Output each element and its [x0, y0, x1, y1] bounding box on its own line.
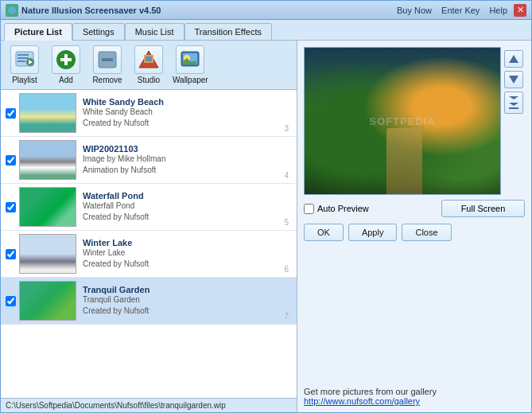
item-thumbnail — [19, 281, 76, 321]
playlist-icon — [10, 45, 39, 74]
item-line2: Created by Nufsoft — [83, 212, 284, 223]
item-line1: Image by Mike Hollman — [83, 154, 284, 165]
picture-list: White Sandy Beach White Sandy Beach Crea… — [1, 90, 297, 398]
item-line1: Tranquil Garden — [83, 294, 284, 306]
studio-button[interactable]: Studio — [131, 45, 166, 84]
svg-rect-4 — [17, 60, 25, 62]
svg-rect-9 — [60, 58, 72, 61]
svg-rect-3 — [17, 57, 29, 59]
main-window: Nature Illusion Screensaver v4.50 Buy No… — [0, 0, 532, 413]
svg-marker-19 — [509, 55, 518, 63]
remove-button[interactable]: Remove — [90, 45, 125, 84]
list-scroll[interactable]: White Sandy Beach White Sandy Beach Crea… — [1, 90, 297, 398]
list-item[interactable]: Waterfall Pond Waterfall Pond Created by… — [1, 184, 297, 231]
help-link[interactable]: Help — [489, 6, 507, 15]
playlist-button[interactable]: Playlist — [7, 45, 42, 84]
item-thumbnail — [19, 140, 76, 180]
wallpaper-label: Wallpaper — [173, 76, 208, 84]
gallery-section: Get more pictures from our gallery http:… — [304, 384, 525, 406]
item-line2: Created by Nufsoft — [83, 259, 284, 270]
gallery-link[interactable]: http://www.nufsoft.com/gallery — [304, 396, 525, 406]
header-actions: Buy Now Enter Key Help — [397, 6, 507, 15]
buy-now-link[interactable]: Buy Now — [397, 6, 432, 15]
tab-music-list[interactable]: Music List — [125, 23, 184, 40]
item-title: Tranquil Garden — [83, 285, 284, 294]
list-item[interactable]: Tranquil Garden Tranquil Garden Created … — [1, 278, 297, 325]
wallpaper-button[interactable]: Wallpaper — [173, 45, 208, 84]
toolbar: Playlist Add — [1, 41, 297, 90]
item-line1: Waterfall Pond — [83, 201, 284, 212]
item-checkbox[interactable] — [6, 249, 16, 259]
fullscreen-button[interactable]: Full Screen — [441, 200, 525, 217]
preview-section: SOFTPEDIA — [304, 47, 525, 195]
remove-label: Remove — [92, 76, 122, 84]
preview-area: SOFTPEDIA — [304, 47, 501, 195]
item-number: 7 — [284, 312, 292, 321]
item-thumbnail — [19, 234, 76, 274]
close-button[interactable]: ✕ — [514, 4, 526, 17]
preview-controls-row: Auto Preview Full Screen — [304, 200, 525, 217]
item-line2: Created by Nufsoft — [83, 118, 284, 129]
item-title: Winter Lake — [83, 238, 284, 247]
auto-preview-label: Auto Preview — [317, 204, 369, 213]
auto-preview-checkbox[interactable] — [304, 204, 314, 214]
item-title: White Sandy Beach — [83, 97, 284, 107]
item-info: WIP20021103 Image by Mike Hollman Animat… — [83, 144, 284, 176]
svg-point-0 — [8, 6, 16, 14]
move-bottom-button[interactable] — [504, 92, 523, 114]
item-info: Winter Lake Winter Lake Created by Nufso… — [83, 238, 284, 270]
move-down-button[interactable] — [504, 71, 523, 88]
item-checkbox[interactable] — [6, 108, 16, 119]
svg-marker-21 — [509, 96, 518, 99]
wallpaper-icon — [176, 45, 204, 74]
svg-rect-23 — [509, 107, 518, 109]
tab-transition-effects[interactable]: Transition Effects — [184, 23, 272, 40]
item-line1: Winter Lake — [83, 247, 284, 259]
tab-picture-list[interactable]: Picture List — [4, 23, 72, 41]
item-title: WIP20021103 — [83, 144, 284, 154]
tab-bar: Picture List Settings Music List Transit… — [1, 20, 531, 41]
svg-marker-22 — [509, 103, 518, 106]
item-thumbnail — [19, 93, 76, 133]
content-area: Playlist Add — [1, 41, 531, 412]
action-buttons: OK Apply Close — [304, 224, 525, 241]
svg-rect-14 — [146, 56, 152, 61]
item-line2: Created by Nufsoft — [83, 306, 284, 317]
move-up-button[interactable] — [504, 50, 523, 68]
item-number: 3 — [284, 124, 292, 133]
item-checkbox[interactable] — [6, 296, 16, 306]
nav-arrows — [501, 47, 525, 195]
right-panel: SOFTPEDIA — [297, 41, 531, 412]
item-number: 5 — [284, 218, 292, 227]
list-item[interactable]: WIP20021103 Image by Mike Hollman Animat… — [1, 137, 297, 184]
file-path: C:\Users\Softpedia\Documents\Nufsoft\fil… — [6, 401, 226, 410]
close-button-main[interactable]: Close — [402, 224, 451, 241]
left-panel: Playlist Add — [1, 41, 297, 412]
item-title: Waterfall Pond — [83, 191, 284, 201]
enter-key-link[interactable]: Enter Key — [441, 6, 480, 15]
item-checkbox[interactable] — [6, 202, 16, 212]
title-bar: Nature Illusion Screensaver v4.50 Buy No… — [1, 1, 531, 20]
playlist-label: Playlist — [12, 76, 37, 84]
svg-rect-11 — [102, 58, 113, 61]
remove-icon — [93, 45, 122, 74]
item-number: 4 — [284, 171, 292, 180]
gallery-text: Get more pictures from our gallery — [304, 387, 525, 396]
ok-button[interactable]: OK — [304, 224, 344, 241]
status-bar: C:\Users\Softpedia\Documents\Nufsoft\fil… — [1, 398, 297, 412]
apply-button[interactable]: Apply — [348, 224, 398, 241]
item-number: 6 — [284, 265, 292, 274]
add-button[interactable]: Add — [49, 45, 83, 84]
auto-preview-control: Auto Preview — [304, 204, 369, 214]
item-line2: Animation by Nufsoft — [83, 165, 284, 176]
list-item[interactable]: Winter Lake Winter Lake Created by Nufso… — [1, 231, 297, 278]
item-info: Tranquil Garden Tranquil Garden Created … — [83, 285, 284, 317]
list-item[interactable]: White Sandy Beach White Sandy Beach Crea… — [1, 90, 297, 137]
item-checkbox[interactable] — [6, 155, 16, 166]
item-info: White Sandy Beach White Sandy Beach Crea… — [83, 97, 284, 129]
item-thumbnail — [19, 187, 76, 227]
item-line1: White Sandy Beach — [83, 107, 284, 118]
add-icon — [52, 45, 80, 74]
add-label: Add — [59, 76, 73, 84]
tab-settings[interactable]: Settings — [72, 23, 125, 40]
